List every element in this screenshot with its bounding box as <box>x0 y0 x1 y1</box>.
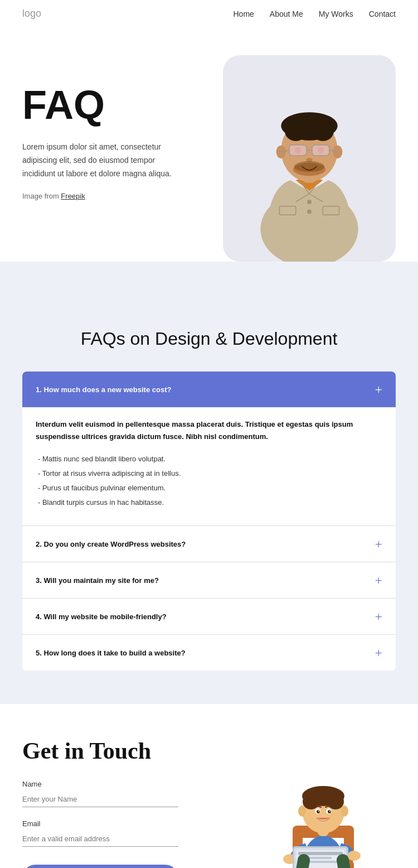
faq-body-lead-1: Interdum velit euismod in pellentesque m… <box>36 418 382 443</box>
faq-list: 1. How much does a new website cost? + I… <box>22 372 396 671</box>
email-input[interactable] <box>22 831 178 847</box>
faq-section-title: FAQs on Design & Development <box>22 329 396 349</box>
faq-plus-icon-3: + <box>375 573 382 587</box>
svg-point-50 <box>328 810 331 813</box>
svg-point-9 <box>333 146 343 158</box>
faq-item-3: 3. Will you maintain my site for me? + <box>22 562 396 598</box>
faq-header-1[interactable]: 1. How much does a new website cost? + <box>22 372 396 407</box>
navbar: logo Home About Me My Works Contact <box>0 0 418 27</box>
logo: logo <box>22 8 41 20</box>
hero-title: FAQ <box>22 83 212 127</box>
faq-item-2: 2. Do you only create WordPress websites… <box>22 525 396 562</box>
faq-header-3[interactable]: 3. Will you maintain my site for me? + <box>22 562 396 598</box>
svg-point-49 <box>317 810 320 813</box>
submit-button[interactable]: SUBMIT <box>22 865 178 868</box>
faq-question-5: 5. How long does it take to build a webs… <box>36 649 186 657</box>
faq-header-5[interactable]: 5. How long does it take to build a webs… <box>22 635 396 671</box>
faq-plus-icon-5: + <box>375 646 382 659</box>
faq-question-1: 1. How much does a new website cost? <box>36 385 171 394</box>
hero-description: Lorem ipsum dolor sit amet, consectetur … <box>22 141 189 180</box>
faq-plus-icon-4: + <box>375 610 382 623</box>
svg-point-46 <box>327 794 344 809</box>
svg-point-15 <box>295 147 302 154</box>
faq-question-2: 2. Do you only create WordPress websites… <box>36 540 186 548</box>
faq-item-1: 1. How much does a new website cost? + I… <box>22 372 396 525</box>
svg-point-16 <box>318 147 324 154</box>
svg-point-51 <box>318 811 319 812</box>
name-form-group: Name <box>22 780 240 807</box>
faq-plus-icon-2: + <box>375 537 382 551</box>
svg-point-7 <box>288 117 331 141</box>
faq-section: FAQs on Design & Development 1. How much… <box>0 295 418 704</box>
svg-point-20 <box>307 200 312 204</box>
hero-image <box>223 55 396 262</box>
faq-header-4[interactable]: 4. Will my website be mobile-friendly? + <box>22 599 396 634</box>
freepik-link-hero[interactable]: Freepik <box>61 192 85 200</box>
nav-contact[interactable]: Contact <box>369 9 396 18</box>
contact-left: Get in Touch Name Email SUBMIT Image fro… <box>22 737 240 868</box>
nav-home[interactable]: Home <box>233 9 254 18</box>
faq-body-1: Interdum velit euismod in pellentesque m… <box>22 407 396 525</box>
faq-item-4: 4. Will my website be mobile-friendly? + <box>22 598 396 634</box>
contact-section: Get in Touch Name Email SUBMIT Image fro… <box>0 704 418 868</box>
faq-question-3: 3. Will you maintain my site for me? <box>36 576 159 585</box>
svg-point-8 <box>276 146 286 158</box>
hero-image-credit: Image from Freepik <box>22 192 212 200</box>
hero-text: FAQ Lorem ipsum dolor sit amet, consecte… <box>22 61 212 200</box>
svg-point-45 <box>303 794 319 809</box>
faq-question-4: 4. Will my website be mobile-friendly? <box>36 613 167 621</box>
contact-person-illustration <box>262 749 385 868</box>
list-item: Mattis nunc sed blandit libero volutpat. <box>36 452 382 466</box>
svg-point-53 <box>298 806 306 817</box>
faq-item-5: 5. How long does it take to build a webs… <box>22 634 396 671</box>
nav-about[interactable]: About Me <box>270 9 303 18</box>
contact-illustration <box>251 737 396 868</box>
svg-point-52 <box>329 811 330 812</box>
hero-section: FAQ Lorem ipsum dolor sit amet, consecte… <box>0 27 418 262</box>
hero-person-illustration <box>223 55 396 262</box>
list-item: Blandit turpis cursus in hac habitasse. <box>36 495 382 510</box>
hero-bg-ext <box>0 262 418 295</box>
name-label: Name <box>22 780 240 788</box>
svg-point-33 <box>347 851 361 861</box>
contact-title: Get in Touch <box>22 737 240 764</box>
nav-works[interactable]: My Works <box>319 9 353 18</box>
faq-header-2[interactable]: 2. Do you only create WordPress websites… <box>22 526 396 562</box>
name-input[interactable] <box>22 792 178 807</box>
list-item: Tortor at risus viverra adipiscing at in… <box>36 466 382 481</box>
email-form-group: Email <box>22 819 240 847</box>
svg-point-54 <box>341 806 348 817</box>
faq-body-list-1: Mattis nunc sed blandit libero volutpat.… <box>36 452 382 510</box>
nav-links: Home About Me My Works Contact <box>233 9 396 18</box>
faq-plus-icon-1: + <box>375 383 382 396</box>
svg-point-21 <box>307 210 312 214</box>
email-label: Email <box>22 819 240 828</box>
list-item: Purus ut faucibus pulvinar elementum. <box>36 481 382 495</box>
